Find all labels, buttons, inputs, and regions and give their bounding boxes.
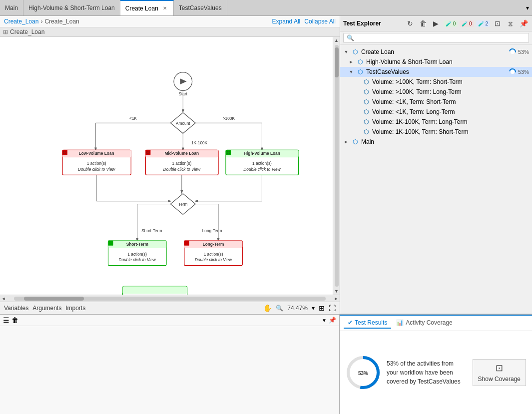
tab-high-volume[interactable]: High-Volume & Short-Term Loan [23, 0, 120, 15]
svg-point-3 [511, 70, 515, 74]
right-column: Test Explorer ↻ 🗑 ▶ 🧪 0 🧪 0 🧪 2 ⊡ ⧖ 📌 [340, 16, 532, 314]
hand-tool-icon[interactable]: ✋ [263, 304, 272, 312]
main-expand[interactable]: ► [343, 139, 349, 145]
svg-text:53%: 53% [358, 371, 368, 376]
variables-tab[interactable]: Variables [4, 305, 28, 312]
high-volume-sub2: Double click to View [243, 167, 281, 172]
breadcrumb-separator: › [40, 18, 42, 25]
create-loan-percent: 53% [518, 49, 529, 55]
rb-content: 53% 53% of the activities from your work… [340, 331, 532, 414]
tc2-label: Volume: >100K, Term: Long-Term [372, 88, 529, 95]
tree-expand-icon[interactable]: ▼ [343, 49, 349, 55]
scroll-up-icon[interactable]: ▲ [334, 38, 339, 43]
expand-icon[interactable]: ⛶ [329, 304, 336, 312]
short-term-sub2: Double click to View [119, 257, 156, 262]
label-long: Long-Term [202, 228, 222, 233]
fit-icon[interactable]: ⊞ [319, 304, 325, 312]
vertical-scrollbar[interactable]: ▲ ▼ [333, 37, 340, 295]
horizontal-scrollbar[interactable]: ◄ ► [0, 295, 340, 302]
scroll-thumb[interactable] [335, 47, 339, 77]
te-view-button[interactable]: ⊡ [492, 18, 503, 29]
tc4-icon: ⬡ [362, 108, 370, 116]
svg-point-1 [511, 50, 515, 54]
te-filter-button[interactable]: ⧖ [505, 18, 516, 29]
rb-tab-test-results[interactable]: ✔ Test Results [344, 318, 391, 329]
scroll-thumb-h[interactable] [24, 297, 84, 301]
tree-item-tc5[interactable]: ⬡ Volume: 1K-100K, Term: Long-Term [340, 117, 532, 127]
tc6-expand [354, 129, 360, 135]
tab-overflow-icon[interactable]: ▾ [523, 0, 532, 15]
tab-close-icon[interactable]: ✕ [161, 5, 168, 12]
tree-label-create-loan: Create Loan [361, 48, 507, 55]
expand-all-link[interactable]: Expand All [272, 18, 301, 25]
tc6-label: Volume: 1K-100K, Term: Short-Term [372, 128, 529, 135]
te-green-badge: 🧪 0 [444, 20, 458, 27]
lb-collapse-icon[interactable]: ▼ [322, 318, 327, 323]
coverage-circle: 53% [346, 355, 381, 390]
te-actions: ↻ 🗑 ▶ 🧪 0 🧪 0 🧪 2 ⊡ ⧖ 📌 [405, 18, 529, 29]
te-refresh-button[interactable]: ↻ [405, 18, 416, 29]
tree-label-high-volume: High-Volume & Short-Term Loan [366, 58, 529, 65]
mid-volume-sub2: Double click to View [163, 167, 201, 172]
show-coverage-button[interactable]: ⊡ Show Coverage [473, 359, 526, 386]
tc4-label: Volume: <1K, Term: Long-Term [372, 108, 529, 115]
breadcrumb: Create_Loan › Create_Loan [4, 18, 79, 25]
tree-item-tc3[interactable]: ⬡ Volume: <1K, Term: Short-Term [340, 97, 532, 107]
tree-label-tcv: TestCaseValues [366, 68, 507, 75]
scroll-down-icon[interactable]: ▼ [334, 289, 339, 294]
test-suite-tcv-icon: ⬡ [356, 68, 364, 76]
te-pin-button[interactable]: 📌 [518, 18, 529, 29]
imports-tab[interactable]: Imports [65, 305, 85, 312]
designer-label-bar: ⊞ Create_Loan [0, 27, 340, 37]
te-search-bar [340, 31, 532, 45]
label-short: Short-Term [141, 228, 162, 233]
tree-item-tc4[interactable]: ⬡ Volume: <1K, Term: Long-Term [340, 107, 532, 117]
tree-item-high-volume[interactable]: ► ⬡ High-Volume & Short-Term Loan [340, 57, 532, 67]
lb-delete-icon[interactable]: 🗑 [11, 316, 18, 324]
te-search-input[interactable] [343, 33, 529, 43]
rb-tab-activity-coverage[interactable]: 📊 Activity Coverage [392, 318, 456, 329]
tree-expand-tcv-icon[interactable]: ▼ [348, 69, 354, 75]
tree-item-tc1[interactable]: ⬡ Volume: >100K, Term: Short-Term [340, 77, 532, 87]
tree-expand-hv-icon[interactable]: ► [348, 59, 354, 65]
designer-column: Create_Loan › Create_Loan Expand All Col… [0, 16, 340, 314]
canvas-area[interactable]: ▲ ▼ Start Amount [0, 37, 340, 295]
tree-item-tc2[interactable]: ⬡ Volume: >100K, Term: Long-Term [340, 87, 532, 97]
tree-item-main[interactable]: ► ⬡ Main [340, 137, 532, 147]
tcv-percent: 53% [518, 69, 529, 75]
scroll-left-icon[interactable]: ◄ [0, 295, 7, 302]
designer-label-text: Create_Loan [10, 28, 44, 35]
tab-test-case[interactable]: TestCaseValues [174, 0, 227, 15]
long-term-sub2: Double click to View [195, 257, 232, 262]
low-volume-label: Low-Volume Loan [79, 151, 114, 156]
arguments-tab[interactable]: Arguments [32, 305, 61, 312]
test-results-label: Test Results [355, 319, 387, 326]
short-term-icon-bg [108, 241, 113, 246]
designer-toolbar: Variables Arguments Imports ✋ 🔍 74.47% ▾… [0, 302, 340, 314]
collapse-all-link[interactable]: Collapse All [304, 18, 336, 25]
tab-create-loan[interactable]: Create Loan ✕ [120, 0, 174, 15]
tc5-label: Volume: 1K-100K, Term: Long-Term [372, 118, 529, 125]
tab-main[interactable]: Main [0, 0, 23, 15]
te-blue-badge: 🧪 2 [476, 20, 490, 27]
zoom-dropdown-icon[interactable]: ▾ [312, 305, 315, 312]
low-volume-sub2: Double click to View [78, 167, 115, 172]
lb-content [0, 326, 339, 414]
tree-item-test-case-values[interactable]: ▼ ⬡ TestCaseValues 53% [340, 67, 532, 77]
tc1-expand [354, 79, 360, 85]
scroll-right-icon[interactable]: ► [333, 295, 340, 302]
te-delete-button[interactable]: 🗑 [418, 18, 429, 29]
tree-item-create-loan[interactable]: ▼ ⬡ Create Loan 53% [340, 47, 532, 57]
rb-header: ✔ Test Results 📊 Activity Coverage [340, 316, 532, 331]
lb-pin-icon[interactable]: 📌 [329, 317, 336, 324]
tree-item-tc6[interactable]: ⬡ Volume: 1K-100K, Term: Short-Term [340, 127, 532, 137]
te-run-button[interactable]: ▶ [431, 18, 442, 29]
long-term-icon-bg [184, 241, 189, 246]
bottom-right: ✔ Test Results 📊 Activity Coverage 53% [340, 315, 532, 414]
tc3-icon: ⬡ [362, 98, 370, 106]
mid-volume-label: Mid-Volume Loan [164, 151, 199, 156]
lb-menu-icon[interactable]: ☰ [3, 316, 9, 324]
high-volume-sub1: 1 action(s) [252, 161, 272, 166]
short-term-label: Short-Term [126, 242, 148, 247]
breadcrumb-actions: Expand All Collapse All [272, 18, 336, 25]
